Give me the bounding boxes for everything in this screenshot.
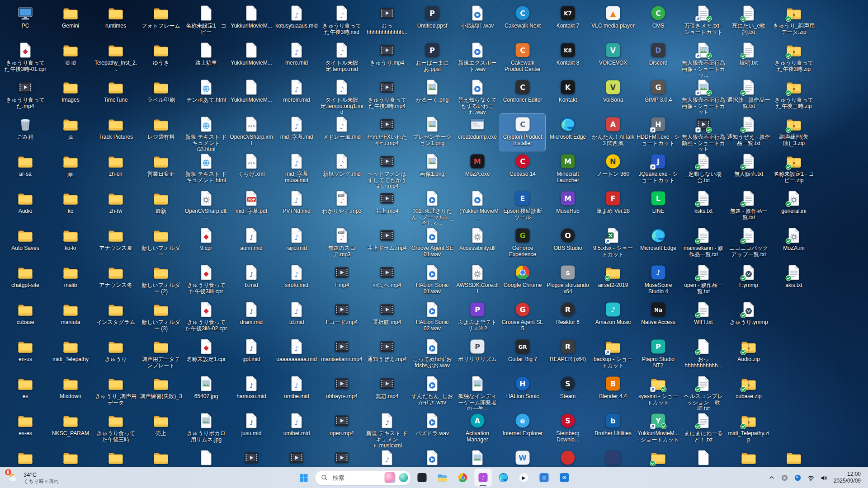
desktop-icon[interactable]: Audio.zip bbox=[726, 336, 771, 373]
desktop-icon[interactable]: CCakewalk Next bbox=[500, 3, 545, 40]
desktop-icon[interactable]: syasinn - ショートカット bbox=[636, 373, 681, 410]
desktop-icon[interactable]: Mixdown bbox=[48, 373, 93, 410]
desktop-icon[interactable]: CCakewalk Product Center bbox=[500, 40, 545, 77]
desktop-icon[interactable]: WIFI.txt bbox=[681, 299, 726, 336]
desktop-icon[interactable]: Google Chrome bbox=[500, 262, 545, 299]
desktop-icon[interactable]: 新規 テキスト ドキュメント (2).html bbox=[184, 114, 229, 151]
desktop-icon[interactable]: （YukkuriMovieM... bbox=[455, 188, 500, 225]
desktop-icon[interactable]: PC bbox=[3, 3, 48, 40]
desktop-icon[interactable]: 通知うぜえ - 親作品一覧.txt bbox=[726, 114, 771, 151]
desktop-icon[interactable]: きゅうり食ってた午後三時.zip bbox=[771, 77, 816, 114]
desktop-icon[interactable]: en-us bbox=[3, 336, 48, 373]
desktop-icon[interactable]: TimeTune bbox=[93, 77, 138, 114]
desktop-icon[interactable]: open.mp4 bbox=[319, 410, 364, 447]
desktop-icon[interactable]: HALion Sonic 01.wav bbox=[410, 262, 455, 299]
media-player[interactable]: ▶ bbox=[515, 469, 533, 487]
desktop-icon[interactable]: きゅうり bbox=[93, 336, 138, 373]
desktop-icon[interactable]: HALion Sonic 02.wav bbox=[410, 299, 455, 336]
desktop-icon[interactable]: ♪b.mid bbox=[229, 262, 274, 299]
desktop-icon[interactable]: きゅうり食ってた午後3時.cpr bbox=[184, 262, 229, 299]
tray-icon-x[interactable] bbox=[778, 469, 791, 486]
desktop-icon[interactable]: MP3♪無題のスコア.mp3 bbox=[319, 225, 364, 262]
desktop-icon[interactable]: 説明.txt bbox=[726, 40, 771, 77]
desktop-icon[interactable]: きゅうり.mp4 bbox=[364, 40, 410, 77]
desktop-icon[interactable]: 無題.mp4 bbox=[364, 373, 410, 410]
desktop-icon[interactable]: レジ袋有料 bbox=[138, 114, 184, 151]
desktop-icon[interactable]: ヘルスコンプレッション＿歌詞.txt bbox=[681, 373, 726, 410]
desktop-icon[interactable]: 65407.jpg bbox=[184, 373, 229, 410]
desktop-icon[interactable]: 無人販売.txt bbox=[726, 151, 771, 188]
desktop-icon[interactable]: ♪umibe.mid bbox=[274, 373, 319, 410]
desktop-icon[interactable]: Pおーばーまにあ.ppsf bbox=[410, 40, 455, 77]
desktop-icon[interactable]: akis.txt bbox=[771, 262, 816, 299]
desktop-icon[interactable]: runtimes bbox=[93, 3, 138, 40]
desktop-icon[interactable]: OOBS Studio bbox=[545, 225, 590, 262]
desktop-icon[interactable]: インスタグラム bbox=[93, 299, 138, 336]
desktop-icon[interactable]: VVoiSona bbox=[590, 77, 636, 114]
desktop-icon[interactable]: 名称未設定1 - コピー.zip bbox=[771, 151, 816, 188]
desktop-icon[interactable]: midi_Telepathy bbox=[48, 336, 93, 373]
desktop-icon[interactable]: ♪MuseScore Studio 4 bbox=[636, 262, 681, 299]
desktop-icon[interactable]: Groove Agent SE 01.wav bbox=[410, 225, 455, 262]
desktop-icon[interactable]: Pポリリリリズム bbox=[455, 336, 500, 373]
desktop-icon[interactable]: アナウンス夏 bbox=[93, 225, 138, 262]
desktop-icon[interactable]: es bbox=[3, 373, 48, 410]
desktop-icon[interactable]: ♪新規ソング.mid bbox=[319, 151, 364, 188]
desktop-icon[interactable]: AActivation Manager bbox=[455, 410, 500, 447]
desktop-icon[interactable]: EEpson 接続診断ツール bbox=[500, 188, 545, 225]
desktop-icon[interactable]: JJQuake.exe - ショートカット bbox=[636, 151, 681, 188]
desktop-icon[interactable]: まにまにわーるど！.txt bbox=[681, 410, 726, 447]
desktop-icon[interactable]: 万引きメモ.txt - ショートカット bbox=[681, 3, 726, 40]
desktop-icon[interactable]: 名称未設定1 - コピー bbox=[184, 3, 229, 40]
desktop-icon[interactable]: ごみ箱 bbox=[3, 114, 48, 151]
desktop-icon[interactable]: _起動しない場合.txt bbox=[681, 151, 726, 188]
desktop-icon[interactable]: 名称未設定1.cpr bbox=[184, 336, 229, 373]
desktop-icon[interactable]: PUntitled.ppsf bbox=[410, 3, 455, 40]
desktop-icon[interactable]: ラベル印刷 bbox=[138, 77, 184, 114]
desktop-icon[interactable]: jijii bbox=[48, 151, 93, 188]
desktop-icon[interactable]: パズドラ.wav bbox=[410, 410, 455, 447]
music-app[interactable]: ♪ bbox=[474, 469, 492, 487]
desktop-icon[interactable]: 路上駐車 bbox=[184, 40, 229, 77]
desktop-icon[interactable]: CCMS bbox=[636, 3, 681, 40]
desktop-icon[interactable]: 新しいフォルダー bbox=[138, 225, 184, 262]
desktop-icon[interactable]: ♪rajio.mid bbox=[274, 225, 319, 262]
desktop-icon[interactable]: ♪Amazon Music bbox=[590, 299, 636, 336]
desktop-icon[interactable]: YYukkuriMovieM... - ショートカット bbox=[636, 410, 681, 447]
desktop-icon[interactable]: open - 親作品一覧.txt bbox=[681, 262, 726, 299]
desktop-icon[interactable]: ja bbox=[48, 114, 93, 151]
desktop-icon[interactable]: きゅうり食ってた午後3時.mp4 bbox=[364, 77, 410, 114]
desktop-icon[interactable]: HHALion Sonic bbox=[500, 373, 545, 410]
desktop-icon[interactable]: ohhayo-.mp4 bbox=[319, 373, 364, 410]
desktop-icon[interactable]: Nノートン 360 bbox=[590, 151, 636, 188]
desktop-icon[interactable]: プレゼンテーション1.png bbox=[410, 114, 455, 151]
desktop-icon[interactable]: ♪meroin.mid bbox=[274, 77, 319, 114]
desktop-icon[interactable]: 新しいフォルダー (3) bbox=[138, 299, 184, 336]
desktop-icon[interactable]: DDiscord bbox=[636, 40, 681, 77]
desktop-icon[interactable]: ♪umibet.mid bbox=[274, 410, 319, 447]
desktop-icon[interactable]: ♪jusu.mid bbox=[229, 410, 274, 447]
desktop-icon[interactable]: 選択肢 - 親作品一覧.txt bbox=[726, 77, 771, 114]
desktop-icon[interactable]: 死にたい_e歌詞.txt bbox=[726, 3, 771, 40]
desktop-icon[interactable]: 選択肢.mp4 bbox=[364, 299, 410, 336]
desktop-icon[interactable]: KKontakt bbox=[545, 77, 590, 114]
desktop-icon[interactable]: ゆうき bbox=[138, 40, 184, 77]
desktop-icon[interactable]: 井上.mp4 bbox=[364, 188, 410, 225]
desktop-icon[interactable]: ♪dram.mid bbox=[229, 299, 274, 336]
desktop-icon[interactable]: OpenCvSharp.dll... bbox=[184, 188, 229, 225]
desktop-icon[interactable]: CCubase 14 bbox=[500, 151, 545, 188]
desktop-icon[interactable]: Accessibility.dll bbox=[455, 225, 500, 262]
desktop-icon[interactable]: 通知うぜえ.mp4 bbox=[364, 336, 410, 373]
desktop-icon[interactable]: F.mp4 bbox=[319, 262, 364, 299]
desktop-icon[interactable]: 調声用データテンプレート bbox=[138, 336, 184, 373]
desktop-icon[interactable]: midi_Telepathy.zip bbox=[726, 410, 771, 447]
desktop-icon[interactable]: 新規エクスポート.wav bbox=[455, 40, 500, 77]
desktop-icon[interactable]: K7Kontakt 7 bbox=[545, 3, 590, 40]
desktop-icon[interactable]: GGeForce Experience bbox=[500, 225, 545, 262]
desktop-icon[interactable]: malib bbox=[48, 262, 93, 299]
desktop-icon[interactable]: きゅうり食ってた午後三時 bbox=[93, 410, 138, 447]
desktop-icon[interactable]: CController Editor bbox=[500, 77, 545, 114]
start-button[interactable] bbox=[295, 469, 313, 487]
desktop-icon[interactable]: 新規 テキスト ドキュメント.html bbox=[184, 151, 229, 188]
desktop-icon[interactable]: Track Pictures bbox=[93, 114, 138, 151]
